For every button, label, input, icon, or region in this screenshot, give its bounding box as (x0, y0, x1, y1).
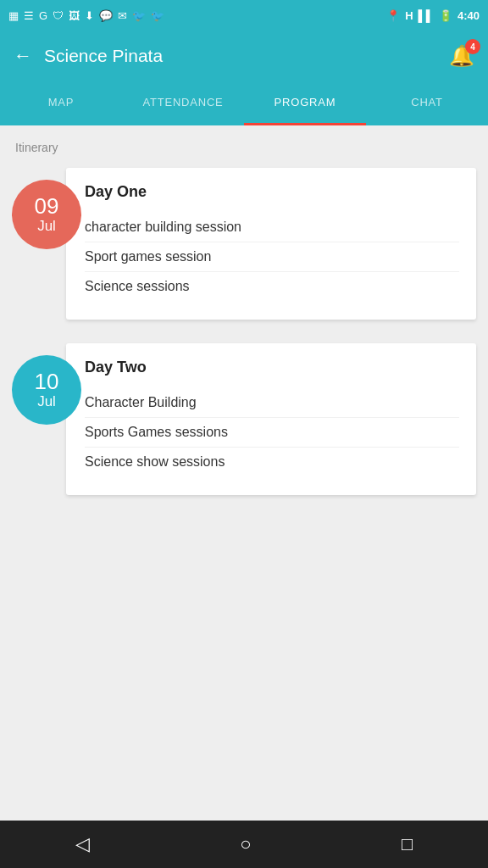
status-bar: ▦ ☰ G 🛡 🖼 ⬇ 💬 ✉ 🐦 🐦 📍 H ▌▌ 🔋 4:40 (0, 0, 488, 31)
month-1: Jul (37, 218, 56, 235)
app-title: Science Pinata (44, 46, 163, 66)
header-left: ← Science Pinata (14, 45, 163, 67)
message-icon: ▦ (8, 9, 19, 22)
shield-icon: 🛡 (53, 9, 64, 22)
tab-program[interactable]: PROGRAM (244, 81, 366, 125)
notes-icon: ☰ (24, 9, 34, 22)
battery-icon: 🔋 (439, 9, 452, 22)
back-button[interactable]: ← (14, 45, 32, 67)
location-icon: 📍 (386, 9, 400, 22)
day-title-2: Day Two (85, 359, 459, 376)
date-circle-2: 10 Jul (12, 355, 81, 425)
notification-area[interactable]: 🔔 4 (449, 44, 474, 68)
tab-chat[interactable]: CHAT (366, 81, 488, 125)
day-number-1: 09 (35, 194, 59, 219)
app-header: ← Science Pinata 🔔 4 (0, 31, 488, 81)
status-icons-left: ▦ ☰ G 🛡 🖼 ⬇ 💬 ✉ 🐦 🐦 (8, 9, 164, 22)
twitter2-icon: 🐦 (151, 9, 164, 22)
twitter1-icon: 🐦 (132, 9, 146, 22)
date-circle-1: 09 Jul (12, 180, 81, 249)
bottom-nav: ◁ ○ □ (0, 821, 488, 868)
session-2-2: Sports Games sessions (85, 418, 459, 448)
mail-icon: ✉ (118, 9, 127, 22)
session-1-2: Sport games session (85, 242, 459, 272)
tab-attendance[interactable]: ATTENDANCE (122, 81, 244, 125)
g-icon: G (39, 9, 47, 22)
session-2-3: Science show sessions (85, 448, 459, 476)
day-card-1: Day One character building session Sport… (66, 168, 476, 320)
itinerary-label: Itinerary (12, 141, 476, 154)
home-nav-button[interactable]: ○ (240, 833, 251, 855)
main-content: Itinerary 09 Jul Day One character build… (0, 125, 488, 821)
day-row-2: 10 Jul Day Two Character Building Sports… (12, 343, 476, 495)
tab-bar: MAP ATTENDANCE PROGRAM CHAT (0, 81, 488, 125)
session-1-3: Science sessions (85, 272, 459, 301)
time-display: 4:40 (458, 9, 480, 22)
session-2-1: Character Building (85, 388, 459, 418)
signal-bars-icon: ▌▌ (419, 9, 434, 22)
tab-map[interactable]: MAP (0, 81, 122, 125)
download-icon: ⬇ (85, 9, 94, 22)
month-2: Jul (37, 393, 56, 410)
back-nav-button[interactable]: ◁ (75, 833, 90, 855)
status-icons-right: 📍 H ▌▌ 🔋 4:40 (386, 9, 480, 22)
image-icon: 🖼 (69, 9, 80, 22)
whatsapp-icon: 💬 (99, 9, 113, 22)
day-row-1: 09 Jul Day One character building sessio… (12, 168, 476, 320)
recent-nav-button[interactable]: □ (402, 833, 413, 855)
session-1-1: character building session (85, 213, 459, 242)
notification-badge: 4 (465, 39, 480, 54)
day-title-1: Day One (85, 183, 459, 201)
day-number-2: 10 (35, 370, 59, 394)
signal-h-icon: H (405, 9, 413, 22)
day-card-2: Day Two Character Building Sports Games … (66, 343, 476, 495)
